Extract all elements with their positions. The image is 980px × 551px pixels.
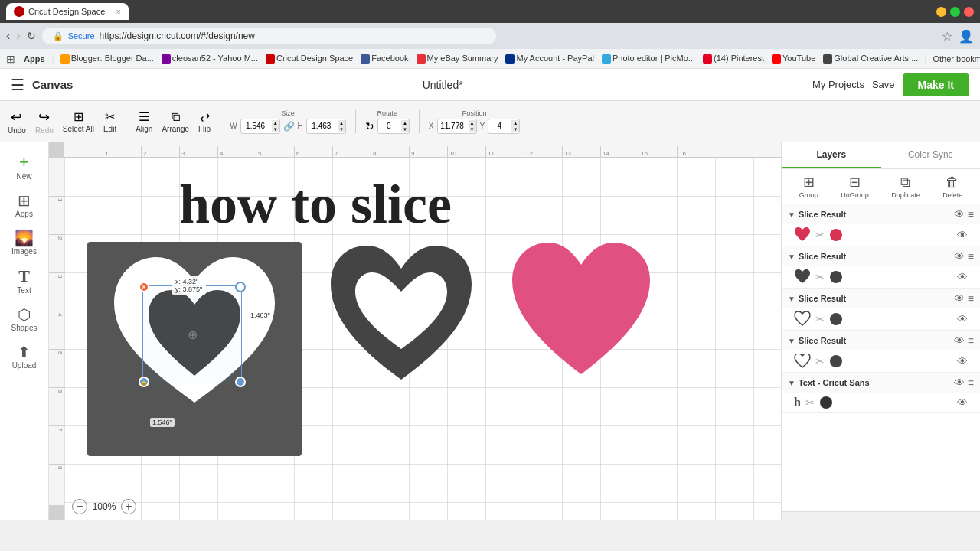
- back-btn[interactable]: ‹: [6, 29, 10, 43]
- eye-icon-3[interactable]: 👁: [954, 292, 965, 305]
- select-all-label[interactable]: Select All: [63, 125, 94, 133]
- flip-label[interactable]: Flip: [198, 125, 211, 133]
- height-up-btn[interactable]: ▲: [338, 120, 345, 126]
- tab-close-btn[interactable]: ×: [116, 7, 121, 16]
- layer-heart-outline-4[interactable]: [794, 354, 811, 369]
- heart-group-dark-bg[interactable]: × 🔒 ⊕ x: 4.32" y: 3.875": [87, 242, 302, 456]
- eye-icon-4b[interactable]: 👁: [957, 355, 968, 367]
- menu-icon-2[interactable]: ≡: [968, 250, 974, 262]
- sidebar-item-upload[interactable]: ⬆ Upload: [3, 339, 46, 375]
- bookmark-globalcreative[interactable]: Global Creative Arts ...: [820, 52, 921, 65]
- canvas-big-text[interactable]: how to slice: [179, 173, 452, 236]
- tab-color-sync[interactable]: Color Sync: [881, 142, 981, 168]
- rotate-handle[interactable]: [235, 282, 246, 292]
- tab-layers[interactable]: Layers: [782, 142, 881, 168]
- bookmark-picmonkey[interactable]: Photo editor | PicMo...: [599, 52, 698, 65]
- bookmark-yahoo[interactable]: cleosan52 - Yahoo M...: [158, 52, 261, 65]
- bookmark-pinterest[interactable]: (14) Pinterest: [700, 52, 767, 65]
- height-down-btn[interactable]: ▼: [338, 126, 345, 132]
- slice-result-2-header[interactable]: ▼ Slice Result 👁 ≡: [782, 246, 980, 266]
- layer-circle-red[interactable]: [829, 228, 843, 242]
- slice-result-4-header[interactable]: ▼ Slice Result 👁 ≡: [782, 331, 980, 350]
- eye-icon-5[interactable]: 👁: [954, 377, 965, 389]
- resize-handle[interactable]: [235, 377, 246, 387]
- layer-heart-dark[interactable]: [794, 269, 811, 285]
- save-btn[interactable]: Save: [872, 79, 895, 90]
- my-projects-btn[interactable]: My Projects: [812, 79, 864, 90]
- rotate-down-btn[interactable]: ▼: [401, 126, 409, 132]
- eye-icon-5b[interactable]: 👁: [957, 396, 968, 409]
- ungroup-btn[interactable]: ⊟ UnGroup: [841, 174, 869, 199]
- menu-icon-5[interactable]: ≡: [968, 377, 974, 389]
- minimize-btn[interactable]: [936, 7, 946, 17]
- refresh-btn[interactable]: ↻: [27, 30, 36, 42]
- sidebar-item-images[interactable]: 🌄 Images: [3, 225, 46, 261]
- profile-icon[interactable]: 👤: [959, 29, 974, 44]
- bookmark-apps[interactable]: Apps: [20, 53, 49, 65]
- slice-result-1-header[interactable]: ▼ Slice Result 👁 ≡: [782, 204, 980, 224]
- group-btn[interactable]: ⊞ Group: [799, 174, 818, 199]
- sidebar-item-new[interactable]: + New: [3, 148, 46, 186]
- eye-icon-2[interactable]: 👁: [954, 250, 965, 262]
- eye-icon-1[interactable]: 👁: [954, 208, 965, 220]
- layer-circle-dark-3[interactable]: [829, 312, 843, 326]
- bookmark-other[interactable]: Other bookmarks: [929, 53, 980, 65]
- sidebar-item-text[interactable]: T Text: [3, 262, 46, 300]
- edit-label[interactable]: Edit: [103, 125, 116, 133]
- bookmark-ebay[interactable]: My eBay Summary: [413, 52, 501, 65]
- layer-circle-dark-4[interactable]: [829, 354, 843, 368]
- eye-icon-4[interactable]: 👁: [954, 334, 965, 347]
- delete-handle[interactable]: ×: [139, 282, 149, 292]
- menu-icon-1[interactable]: ≡: [968, 208, 974, 220]
- layer-heart-outline-3[interactable]: [794, 311, 811, 327]
- lock-handle[interactable]: 🔒: [139, 377, 149, 387]
- eye-icon-1b[interactable]: 👁: [957, 229, 968, 241]
- maximize-btn[interactable]: [950, 7, 960, 17]
- delete-btn[interactable]: 🗑 Delete: [942, 174, 962, 199]
- text-layer-header[interactable]: ▼ Text - Cricut Sans 👁 ≡: [782, 373, 980, 393]
- align-label[interactable]: Align: [136, 125, 152, 133]
- x-up-btn[interactable]: ▲: [469, 120, 476, 126]
- panel-scrollbar[interactable]: [782, 511, 980, 520]
- make-it-btn[interactable]: Make It: [903, 73, 969, 96]
- width-up-btn[interactable]: ▲: [272, 120, 279, 126]
- zoom-in-btn[interactable]: +: [121, 499, 136, 514]
- forward-btn[interactable]: ›: [16, 29, 20, 43]
- y-down-btn[interactable]: ▼: [511, 126, 519, 132]
- bookmark-paypal[interactable]: My Account - PayPal: [502, 52, 597, 65]
- layer-heart-red[interactable]: [794, 227, 811, 243]
- canvas-area[interactable]: 1 2 3 4 5 6 7 8 9 10 11 12 13 14: [49, 142, 781, 520]
- canvas-viewport[interactable]: how to slice ×: [64, 158, 781, 520]
- apps-grid-icon[interactable]: ⊞: [6, 53, 15, 65]
- heart-outline-container[interactable]: [325, 242, 478, 397]
- rotate-up-btn[interactable]: ▲: [401, 120, 409, 126]
- lock-aspect-icon[interactable]: 🔗: [283, 121, 295, 132]
- width-down-btn[interactable]: ▼: [272, 126, 279, 132]
- bookmark-cricut[interactable]: Cricut Design Space: [263, 52, 356, 65]
- layer-circle-dark[interactable]: [829, 270, 843, 284]
- bookmark-blogger[interactable]: Blogger: Blogger Da...: [57, 52, 157, 65]
- browser-tab[interactable]: Cricut Design Space ×: [6, 3, 129, 20]
- address-bar[interactable]: 🔒 Secure https://design.cricut.com/#/des…: [42, 28, 497, 44]
- heart-pink-container[interactable]: [508, 240, 654, 388]
- zoom-out-btn[interactable]: −: [72, 499, 87, 514]
- y-up-btn[interactable]: ▲: [511, 120, 519, 126]
- layer-circle-text[interactable]: [819, 396, 833, 409]
- redo-label[interactable]: Redo: [35, 126, 54, 135]
- undo-label[interactable]: Undo: [8, 126, 26, 135]
- eye-icon-3b[interactable]: 👁: [957, 313, 968, 325]
- bookmark-facebook[interactable]: Facebook: [358, 52, 411, 65]
- star-icon[interactable]: ☆: [942, 29, 952, 44]
- menu-icon-3[interactable]: ≡: [968, 292, 974, 305]
- bookmark-youtube[interactable]: YouTube: [769, 52, 818, 65]
- x-down-btn[interactable]: ▼: [469, 126, 476, 132]
- arrange-label[interactable]: Arrange: [162, 125, 189, 133]
- eye-icon-2b[interactable]: 👁: [957, 271, 968, 283]
- close-btn[interactable]: [964, 7, 974, 17]
- sidebar-item-shapes[interactable]: ⬡ Shapes: [3, 302, 46, 337]
- sidebar-item-apps[interactable]: ⊞ Apps: [3, 187, 46, 223]
- duplicate-btn[interactable]: ⧉ Duplicate: [891, 174, 920, 199]
- text-preview[interactable]: h: [794, 396, 801, 409]
- menu-icon-4[interactable]: ≡: [968, 334, 974, 347]
- hamburger-menu[interactable]: ☰: [11, 76, 24, 94]
